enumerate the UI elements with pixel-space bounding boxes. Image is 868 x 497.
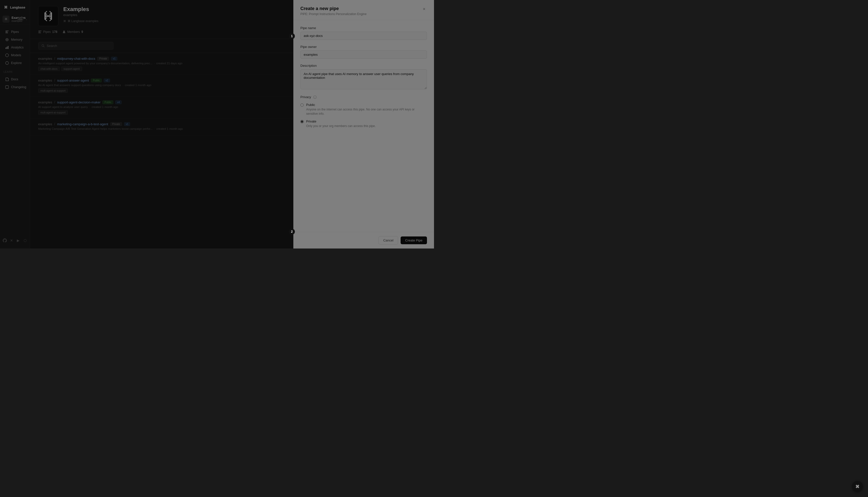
step1-indicator: 1	[289, 33, 295, 39]
modal-overlay: 1 2	[0, 0, 434, 248]
step2-indicator: 2	[289, 229, 295, 235]
